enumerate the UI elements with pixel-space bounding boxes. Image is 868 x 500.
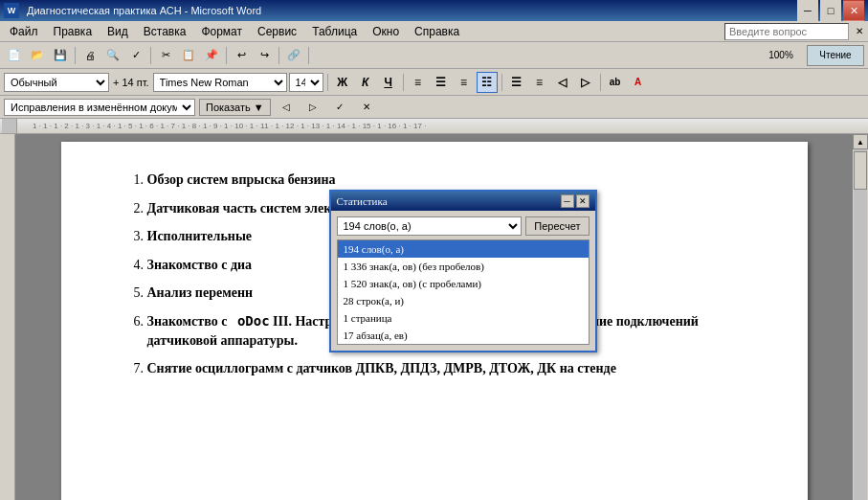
menu-edit[interactable]: Правка: [46, 23, 100, 40]
indent-less-btn[interactable]: ◁: [552, 72, 573, 93]
scroll-up-btn[interactable]: ▲: [853, 134, 868, 149]
sep-fmt3: [501, 74, 502, 91]
print-btn[interactable]: 🖨: [79, 45, 100, 66]
menu-file[interactable]: Файл: [2, 23, 46, 40]
popup-window: Статистика ─ ✕ 194 слов(о, а): [329, 190, 597, 352]
font-color-btn[interactable]: A: [628, 72, 649, 93]
list-item-4[interactable]: 28 строк(а, и): [338, 292, 589, 309]
preview-btn[interactable]: 🔍: [102, 45, 123, 66]
reading-btn[interactable]: Чтение: [807, 45, 864, 66]
ruler-inner: 1 · 1 · 1 · 2 · 1 · 3 · 1 · 4 · 1 · 5 · …: [33, 122, 866, 130]
menu-service[interactable]: Сервис: [250, 23, 304, 40]
document-page: Обзор систем впрыска бензина Датчиковая …: [61, 142, 808, 500]
show-button[interactable]: Показать ▼: [199, 99, 271, 116]
popup-body: 194 слов(о, а) Пересчет 194 слов(о, а) 1…: [331, 211, 595, 351]
scroll-track: [854, 149, 867, 500]
recalc-button[interactable]: Пересчет: [525, 216, 589, 236]
save-btn[interactable]: 💾: [50, 45, 71, 66]
font-dropdown[interactable]: Times New Roman: [153, 73, 287, 92]
popup-close-btn[interactable]: ✕: [576, 194, 590, 208]
review-bar: Исправления в изменённом документе Показ…: [0, 96, 868, 119]
review-dropdown[interactable]: Исправления в изменённом документе: [4, 99, 195, 116]
menu-window[interactable]: Окно: [365, 23, 407, 40]
bold-label: Ж: [337, 76, 347, 89]
italic-button[interactable]: К: [355, 72, 376, 93]
menu-close-icon[interactable]: ✕: [853, 26, 866, 36]
right-scrollbar: ▲ ◁ ● ▷ ▼: [853, 134, 868, 500]
copy-btn[interactable]: 📋: [178, 45, 199, 66]
format-bar: Обычный + 14 пт. Times New Roman 14 Ж К …: [0, 69, 868, 96]
style-size: + 14 пт.: [113, 77, 149, 88]
align-right-btn[interactable]: ≡: [454, 72, 475, 93]
list-btn[interactable]: ☰: [506, 72, 527, 93]
word-icon: W: [4, 3, 19, 18]
popup-min-btn[interactable]: ─: [561, 194, 574, 208]
redo-btn[interactable]: ↪: [254, 45, 275, 66]
menu-table[interactable]: Таблица: [304, 23, 365, 40]
sep2: [150, 47, 151, 64]
cut-btn[interactable]: ✂: [155, 45, 176, 66]
left-panel: [0, 134, 15, 500]
menu-view[interactable]: Вид: [100, 23, 136, 40]
popup-stats-dropdown[interactable]: 194 слов(о, а): [337, 216, 523, 236]
spell-btn[interactable]: ✓: [125, 45, 146, 66]
main-toolbar: 📄 📂 💾 🖨 🔍 ✓ ✂ 📋 📌 ↩ ↪ 🔗 100% Чтение: [0, 42, 868, 69]
num-list-btn[interactable]: ≡: [529, 72, 550, 93]
list-item: Обзор систем впрыска бензина: [147, 170, 750, 190]
list-item-5[interactable]: 1 страница: [338, 309, 589, 327]
ruler: 1 · 1 · 1 · 2 · 1 · 3 · 1 · 4 · 1 · 5 · …: [0, 119, 868, 134]
sep3: [226, 47, 227, 64]
align-justify-btn[interactable]: ☷: [477, 72, 498, 93]
list-item-6[interactable]: 17 абзац(а, ев): [338, 327, 589, 344]
underline-label: Ч: [384, 76, 391, 89]
new-btn[interactable]: 📄: [4, 45, 25, 66]
bold-button[interactable]: Ж: [332, 72, 353, 93]
review-btn2[interactable]: ▷: [301, 98, 324, 117]
style-dropdown[interactable]: Обычный: [4, 73, 109, 92]
indent-more-btn[interactable]: ▷: [575, 72, 596, 93]
menu-right: ✕: [724, 23, 866, 40]
close-button[interactable]: ✕: [843, 0, 864, 21]
undo-btn[interactable]: ↩: [231, 45, 252, 66]
sep-fmt2: [403, 74, 404, 91]
item-7-text: Снятие осциллограмм с датчиков ДПКВ, ДПД…: [147, 361, 616, 375]
align-center-btn[interactable]: ☰: [431, 72, 452, 93]
maximize-button[interactable]: □: [820, 0, 841, 21]
align-left-btn[interactable]: ≡: [408, 72, 429, 93]
sep1: [75, 47, 76, 64]
menu-help[interactable]: Справка: [407, 23, 467, 40]
review-btn1[interactable]: ◁: [275, 98, 298, 117]
menu-bar: Файл Правка Вид Вставка Формат Сервис Та…: [0, 21, 868, 42]
sep-fmt1: [327, 74, 328, 91]
review-btn3[interactable]: ✓: [328, 98, 351, 117]
show-label: Показать ▼: [206, 102, 264, 113]
underline-button[interactable]: Ч: [378, 72, 399, 93]
italic-label: К: [362, 76, 368, 89]
list-item-3[interactable]: 1 520 знак(а, ов) (с пробелами): [338, 275, 589, 292]
hyperlink-btn[interactable]: 🔗: [283, 45, 304, 66]
read-label: Чтение: [819, 50, 851, 60]
item-1-text: Обзор систем впрыска бензина: [147, 172, 336, 187]
paste-btn[interactable]: 📌: [201, 45, 222, 66]
page-wrapper: Обзор систем впрыска бензина Датчиковая …: [15, 134, 853, 500]
list-item-1[interactable]: 194 слов(о, а): [338, 240, 589, 258]
font-size-dropdown[interactable]: 14: [289, 73, 323, 92]
menu-insert[interactable]: Вставка: [136, 23, 194, 40]
search-input[interactable]: [724, 23, 849, 40]
zoom-out-btn[interactable]: 100%: [757, 45, 805, 66]
menu-format[interactable]: Формат: [193, 23, 250, 40]
statistics-popup: Статистика ─ ✕ 194 слов(о, а): [329, 190, 597, 352]
scroll-thumb[interactable]: [854, 151, 867, 190]
minimize-button[interactable]: ─: [797, 0, 818, 21]
sep4: [278, 47, 279, 64]
list-item: Снятие осциллограмм с датчиков ДПКВ, ДПД…: [147, 359, 750, 378]
popup-title-text: Статистика: [337, 195, 388, 207]
list-item-2[interactable]: 1 336 знак(а, ов) (без пробелов): [338, 258, 589, 275]
title-bar-content: W Диагностическая практика АСН - Microso…: [4, 3, 261, 18]
highlight-btn[interactable]: ab: [605, 72, 626, 93]
popup-controls-row: 194 слов(о, а) Пересчет: [337, 216, 590, 236]
popup-list: 194 слов(о, а) 1 336 знак(а, ов) (без пр…: [337, 239, 590, 345]
open-btn[interactable]: 📂: [27, 45, 48, 66]
main-area: Обзор систем впрыска бензина Датчиковая …: [0, 134, 868, 500]
review-btn4[interactable]: ✕: [355, 98, 378, 117]
